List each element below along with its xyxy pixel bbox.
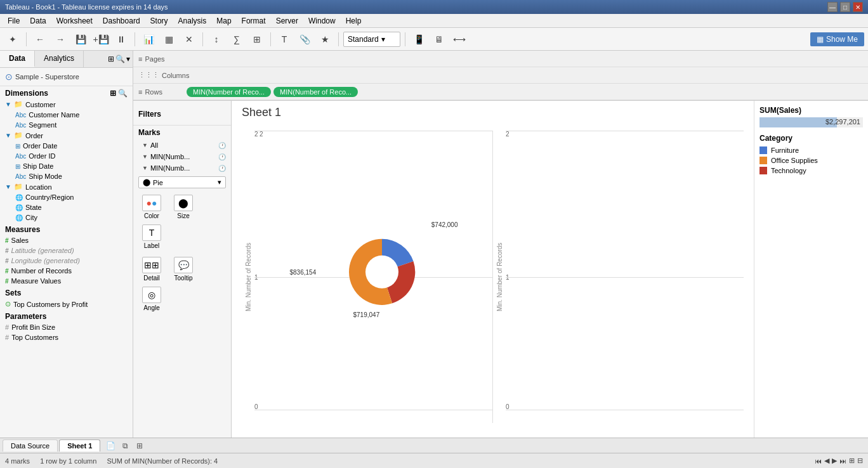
angle-control[interactable]: ◎ Angle [138,287,165,311]
menu-data[interactable]: Data [25,15,51,27]
tab-data-source[interactable]: Data Source [3,439,58,452]
close-button[interactable]: ✕ [853,2,863,12]
customer-group[interactable]: ▼ 📁 Customer [0,99,133,110]
grid-icon[interactable]: ⊞ [108,55,114,63]
marks-all[interactable]: ▼ All 🕐 [133,140,231,151]
marks-min1[interactable]: ▼ MIN(Numb... 🕐 [133,151,231,162]
datasource-name[interactable]: ⊙ Sample - Superstore [0,68,133,86]
menu-dashboard[interactable]: Dashboard [98,15,145,27]
toolbar-forward-btn[interactable]: → [51,30,69,48]
menu-help[interactable]: Help [341,15,367,27]
menu-file[interactable]: File [3,15,25,27]
prev-icon[interactable]: ◀ [824,457,829,465]
field-num-records[interactable]: # Number of Records [0,266,133,276]
search-icon[interactable]: 🔍 [115,55,125,63]
next-last-icon[interactable]: ⏭ [839,457,846,465]
new-dashboard-icon[interactable]: ⊞ [133,439,146,452]
parameters-header[interactable]: Parameters [0,309,133,322]
field-latitude[interactable]: # Latitude (generated) [0,245,133,256]
legend-item-tech[interactable]: Technology [760,167,863,174]
new-sheet-icon[interactable]: 📄 [104,439,117,452]
field-sales[interactable]: # Sales [0,235,133,245]
marks-min2[interactable]: ▼ MIN(Numb... 🕐 [133,162,231,174]
tab-analytics[interactable]: Analytics [35,51,84,67]
toolbar-pin-btn[interactable]: 📎 [296,30,313,48]
menu-window[interactable]: Window [303,15,341,27]
field-segment[interactable]: Abc Segment [10,120,133,130]
table-icon-status[interactable]: ⊟ [857,457,863,465]
field-state[interactable]: 🌐 State [10,202,133,212]
label-control[interactable]: T Label [138,224,165,249]
field-ship-date[interactable]: ⊞ Ship Date [10,161,133,171]
field-measure-values[interactable]: # Measure Values [0,276,133,286]
dropdown-arrow: ▾ [381,35,385,44]
toolbar-remove-btn[interactable]: ✕ [180,30,198,48]
menu-server[interactable]: Server [271,15,303,27]
menu-format[interactable]: Format [237,15,271,27]
menu-worksheet[interactable]: Worksheet [51,15,98,27]
color-control[interactable]: ●● Color [138,195,165,219]
toolbar-home-btn[interactable]: ✦ [4,30,22,48]
toolbar-bar-btn[interactable]: ▦ [160,30,178,48]
grid-view-icon[interactable]: ⊞ [110,89,116,98]
marks-type-dropdown[interactable]: ⬤ Pie ▾ [138,176,226,188]
field-customer-name[interactable]: Abc Customer Name [10,110,133,120]
expand-icon[interactable]: ▾ [126,55,130,63]
toolbar-fit-btn[interactable]: ⊞ [248,30,266,48]
sets-header[interactable]: Sets [0,286,133,299]
toolbar-star-btn[interactable]: ★ [316,30,334,48]
rows-pills[interactable]: MIN(Number of Reco... MIN(Number of Reco… [184,85,868,99]
toolbar-device-btn[interactable]: 📱 [410,30,428,48]
legend-item-office[interactable]: Office Supplies [760,157,863,164]
field-ship-mode[interactable]: Abc Ship Mode [10,171,133,181]
detail-control[interactable]: ⊞⊞ Detail [138,257,165,282]
clock-icon: 🕐 [218,142,226,149]
next-icon[interactable]: ▶ [832,457,837,465]
dimensions-header[interactable]: Dimensions ⊞ 🔍 [0,86,133,99]
toolbar-save-btn[interactable]: 💾 [72,30,89,48]
field-city[interactable]: 🌐 City [10,212,133,223]
menu-analysis[interactable]: Analysis [173,15,212,27]
legend-item-furniture[interactable]: Furniture [760,146,863,154]
grid-icon-status[interactable]: ⊞ [849,457,855,465]
size-control[interactable]: ⬤ Size [170,195,197,219]
measures-header[interactable]: Measures [0,223,133,235]
tooltip-control[interactable]: 💬 Tooltip [170,257,197,282]
menu-map[interactable]: Map [211,15,236,27]
rows-pill-1[interactable]: MIN(Number of Reco... [187,87,271,97]
toolbar-add-btn[interactable]: +💾 [92,30,110,48]
field-top-customers-param[interactable]: # Top Customers [0,332,133,342]
angle-icon: ◎ [142,287,161,303]
field-order-date[interactable]: ⊞ Order Date [10,141,133,151]
search-dim-icon[interactable]: 🔍 [118,89,128,98]
field-profit-bin[interactable]: # Profit Bin Size [0,322,133,332]
toolbar-pause-btn[interactable]: ⏸ [112,30,130,48]
rows-pill-2[interactable]: MIN(Number of Reco... [273,87,358,97]
field-top-customers[interactable]: ⊙ Top Customers by Profit [0,299,133,309]
tab-data[interactable]: Data [0,51,35,67]
maximize-button[interactable]: □ [840,2,850,12]
menu-story[interactable]: Story [145,15,173,27]
toolbar-sep4 [270,32,271,46]
prev-first-icon[interactable]: ⏮ [815,457,822,465]
minimize-button[interactable]: — [827,2,838,12]
toolbar-text-btn[interactable]: T [275,30,293,48]
toolbar-present-btn[interactable]: 🖥 [430,30,448,48]
order-group[interactable]: ▼ 📁 Order [0,130,133,141]
duplicate-sheet-icon[interactable]: ⧉ [119,439,131,452]
field-longitude[interactable]: # Longitude (generated) [0,256,133,266]
tab-sheet1[interactable]: Sheet 1 [59,439,100,452]
location-group[interactable]: ▼ 📁 Location [0,181,133,192]
toolbar-agg-btn[interactable]: ∑ [228,30,246,48]
city-label: City [25,214,37,221]
toolbar-chart-btn[interactable]: 📊 [140,30,157,48]
toolbar-sort-btn[interactable]: ↕ [207,30,225,48]
columns-pills[interactable] [184,74,868,77]
field-country[interactable]: 🌐 Country/Region [10,192,133,202]
toolbar-standard-dropdown[interactable]: Standard ▾ [343,32,400,47]
toolbar-back-btn[interactable]: ← [31,30,49,48]
toolbar-share-btn[interactable]: ⟷ [450,30,468,48]
pages-pills[interactable] [184,57,868,61]
field-order-id[interactable]: Abc Order ID [10,151,133,161]
show-me-button[interactable]: ▦ Show Me [810,32,864,46]
